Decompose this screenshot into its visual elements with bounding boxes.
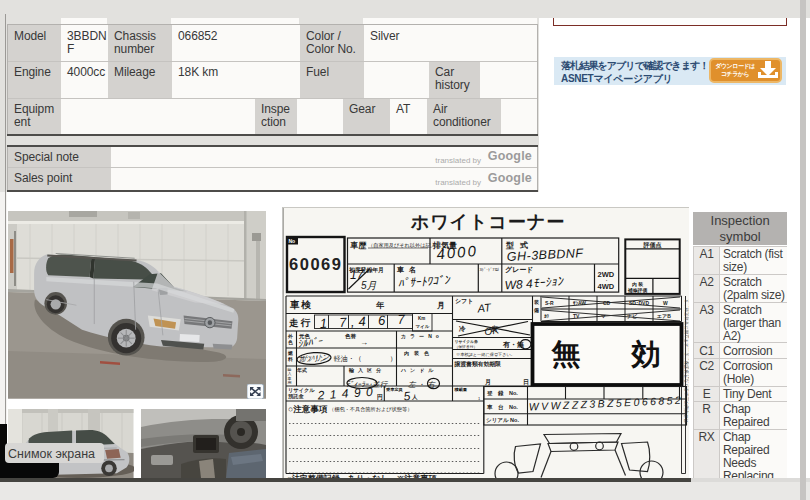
- svg-text:リサイクル券: リサイクル券: [454, 339, 477, 344]
- svg-text:走行: 走行: [288, 316, 312, 327]
- svg-text:車検: 車検: [289, 298, 313, 309]
- svg-text:色替: 色替: [344, 332, 357, 339]
- svg-text:○法定整備記録 あり・なし ※注意事項: ○法定整備記録 あり・なし ※注意事項: [287, 473, 437, 479]
- svg-text:エアB: エアB: [657, 312, 671, 318]
- svg-text:月: 月: [484, 377, 491, 385]
- svg-text:ｶﾜ: ｶﾜ: [544, 312, 550, 318]
- svg-text:装: 装: [533, 299, 539, 305]
- svg-text:補修評価: 補修評価: [627, 286, 647, 293]
- svg-text:譲渡書類有効期限: 譲渡書類有効期限: [453, 359, 501, 367]
- svg-text:積載量: 積載量: [453, 387, 467, 392]
- svg-text:S-R: S-R: [545, 299, 554, 305]
- svg-text:ハンドル: ハンドル: [400, 366, 437, 373]
- svg-text:月: 月: [436, 300, 445, 309]
- svg-text:料: 料: [287, 355, 293, 361]
- svg-text:日: 日: [523, 378, 529, 385]
- svg-text:車 台 No.: 車 台 No.: [486, 403, 518, 410]
- svg-text:・: ・: [604, 277, 609, 283]
- svg-text:グレード: グレード: [505, 266, 534, 274]
- svg-text:4WD: 4WD: [597, 282, 614, 291]
- svg-text:用: 用: [287, 380, 291, 385]
- svg-text:預託金: 預託金: [288, 393, 304, 400]
- svg-text:内装色: 内装色: [404, 350, 434, 357]
- svg-text:シフト: シフト: [455, 297, 473, 304]
- svg-text:4000: 4000: [435, 241, 478, 262]
- svg-text:3ﾄﾞ･ﾄﾞ7型: 3ﾄﾞ･ﾄﾞ7型: [479, 266, 498, 271]
- svg-text:冷: 冷: [459, 324, 466, 332]
- svg-text:評価点: 評価点: [642, 240, 661, 248]
- svg-text:（梱包・不具合箇所および状態等）: （梱包・不具合箇所および状態等）: [329, 406, 412, 413]
- svg-text:ホワイトコーナー: ホワイトコーナー: [410, 212, 565, 232]
- svg-text:乗車定員: 乗車定員: [385, 387, 404, 392]
- svg-text:車名: 車名: [396, 266, 421, 274]
- svg-text:※車検証と一緒に保管下さい。: ※車検証と一緒に保管下さい。: [456, 352, 515, 357]
- svg-text:無: 無: [550, 337, 580, 369]
- svg-text:人: 人: [411, 394, 418, 401]
- svg-text:備: 備: [533, 307, 539, 314]
- svg-text:燃: 燃: [287, 349, 293, 355]
- svg-text:外: 外: [287, 332, 293, 338]
- svg-text:60069: 60069: [289, 254, 342, 272]
- svg-text:Km: Km: [418, 316, 425, 321]
- svg-text:年式: 年式: [296, 366, 307, 372]
- svg-text:車歴: 車歴: [349, 240, 366, 249]
- svg-text:シリアル No.: シリアル No.: [486, 416, 519, 422]
- svg-text:年: 年: [375, 300, 385, 309]
- svg-text:色: 色: [287, 338, 293, 345]
- svg-text:（自家用及びそれ以外は記入）: （自家用及びそれ以外は記入）: [368, 241, 441, 248]
- svg-text:○注意事項: ○注意事項: [288, 403, 328, 413]
- svg-text:円: 円: [377, 392, 383, 400]
- svg-text:No: No: [288, 238, 295, 244]
- svg-text:W: W: [663, 299, 668, 305]
- svg-text:AT: AT: [475, 301, 492, 315]
- svg-text:効: 効: [630, 337, 660, 369]
- svg-text:輸入区分: 輸入区分: [348, 366, 385, 373]
- svg-text:5月: 5月: [361, 280, 377, 291]
- svg-text:内 装: 内 装: [632, 280, 643, 287]
- svg-text:左 ・ 右: 左 ・ 右: [408, 379, 436, 388]
- svg-text:（保証書付）: （保証書付）: [454, 343, 477, 348]
- svg-text:カラーNo: カラーNo: [401, 332, 443, 339]
- svg-text:→: →: [360, 338, 368, 347]
- svg-text:登 録 No.: 登 録 No.: [486, 390, 518, 397]
